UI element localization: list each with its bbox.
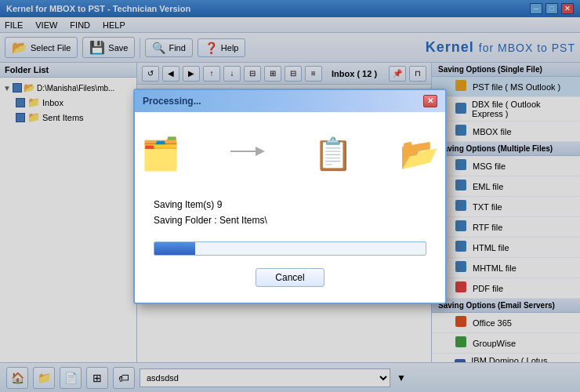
processing-modal: Processing... ✕ 🗂️ <box>133 89 447 304</box>
cancel-button[interactable]: Cancel <box>256 268 324 287</box>
modal-title: Processing... <box>143 96 201 107</box>
dest-file-icon: 📋 <box>314 136 353 172</box>
saving-status: Saving Item(s) 9 <box>154 199 426 210</box>
modal-icons-area: 🗂️ 📋 📂 <box>154 128 426 180</box>
progress-bar-fill <box>154 242 195 255</box>
modal-body: 🗂️ 📋 📂 <box>135 112 445 303</box>
progress-bar-container <box>154 241 426 256</box>
dest-folder-icon: 📂 <box>400 136 439 172</box>
modal-close-button[interactable]: ✕ <box>423 95 437 107</box>
transfer-arrow-icon <box>227 140 266 168</box>
saving-folder: Saving Folder : Sent Items\ <box>154 215 426 226</box>
source-folder-icon: 🗂️ <box>141 136 180 172</box>
modal-actions: Cancel <box>154 268 426 287</box>
modal-title-bar: Processing... ✕ <box>135 90 445 112</box>
modal-overlay: Processing... ✕ 🗂️ <box>0 0 580 392</box>
